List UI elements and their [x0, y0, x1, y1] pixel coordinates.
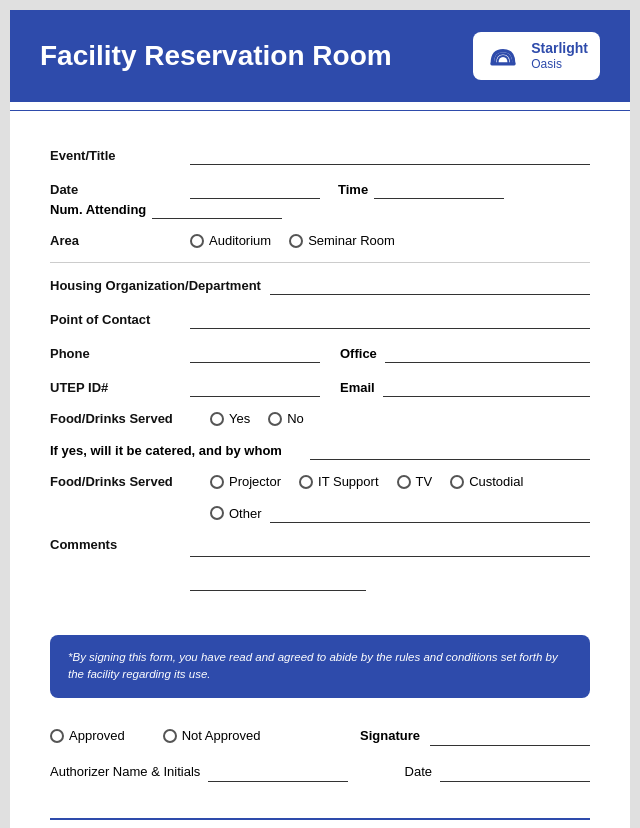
food-drinks-row: Food/Drinks Served Yes No [50, 411, 590, 426]
office-input[interactable] [385, 343, 590, 363]
phone-row: Phone Office [50, 343, 590, 363]
area-auditorium-option[interactable]: Auditorium [190, 233, 271, 248]
auth-row: Authorizer Name & Initials Date [50, 762, 590, 782]
catered-label: If yes, will it be catered, and by whom [50, 443, 310, 458]
page-title: Facility Reservation Room [40, 40, 392, 72]
projector-radio[interactable] [210, 475, 224, 489]
logo-text: Starlight Oasis [531, 40, 588, 71]
custodial-label: Custodial [469, 474, 523, 489]
authorizer-input[interactable] [208, 762, 348, 782]
page: Facility Reservation Room Starlight Oasi… [10, 10, 630, 828]
area-auditorium-radio[interactable] [190, 234, 204, 248]
comments-label: Comments [50, 537, 190, 552]
comments-line2[interactable] [190, 571, 366, 591]
area-seminar-option[interactable]: Seminar Room [289, 233, 395, 248]
comments-field-container [190, 537, 590, 591]
it-support-label: IT Support [318, 474, 378, 489]
comments-line1[interactable] [190, 537, 590, 557]
area-seminar-radio[interactable] [289, 234, 303, 248]
comments-row: Comments [50, 537, 590, 591]
catered-row: If yes, will it be catered, and by whom [50, 440, 590, 460]
other-radio[interactable] [210, 506, 224, 520]
num-attending-label: Num. Attending [50, 202, 146, 217]
approved-option[interactable]: Approved [50, 728, 125, 743]
approval-right: Signature [360, 726, 590, 746]
utep-input[interactable] [190, 377, 320, 397]
comments-line2-spacer [190, 571, 590, 591]
date-input[interactable] [190, 179, 320, 199]
signature-input[interactable] [430, 726, 590, 746]
area-seminar-label: Seminar Room [308, 233, 395, 248]
form-body: Event/Title Date Time Num. Attending Are… [10, 125, 630, 625]
logo-area: Starlight Oasis [473, 32, 600, 80]
services-row: Food/Drinks Served Projector IT Support … [50, 474, 590, 489]
housing-org-label: Housing Organization/Department [50, 278, 270, 293]
housing-org-input[interactable] [270, 275, 590, 295]
approval-date-label: Date [405, 764, 432, 779]
food-no-radio[interactable] [268, 412, 282, 426]
tv-option[interactable]: TV [397, 474, 433, 489]
area-row: Area Auditorium Seminar Room [50, 233, 590, 248]
approval-section: Approved Not Approved Signature Authoriz… [10, 716, 630, 802]
authorizer-label: Authorizer Name & Initials [50, 764, 200, 779]
food-no-option[interactable]: No [268, 411, 304, 426]
approved-radio[interactable] [50, 729, 64, 743]
projector-option[interactable]: Projector [210, 474, 281, 489]
time-input[interactable] [374, 179, 504, 199]
area-label: Area [50, 233, 190, 248]
food-no-label: No [287, 411, 304, 426]
date-label: Date [50, 182, 190, 197]
other-input[interactable] [270, 503, 590, 523]
custodial-radio[interactable] [450, 475, 464, 489]
it-support-option[interactable]: IT Support [299, 474, 378, 489]
housing-org-row: Housing Organization/Department [50, 275, 590, 295]
area-auditorium-label: Auditorium [209, 233, 271, 248]
auth-left: Authorizer Name & Initials [50, 762, 348, 782]
event-title-input[interactable] [190, 145, 590, 165]
poc-label: Point of Contact [50, 312, 190, 327]
services-label: Food/Drinks Served [50, 474, 210, 489]
header: Facility Reservation Room Starlight Oasi… [10, 10, 630, 102]
poc-row: Point of Contact [50, 309, 590, 329]
tv-radio[interactable] [397, 475, 411, 489]
custodial-option[interactable]: Custodial [450, 474, 523, 489]
not-approved-option[interactable]: Not Approved [163, 728, 261, 743]
other-label: Other [229, 506, 262, 521]
phone-input[interactable] [190, 343, 320, 363]
office-label: Office [340, 346, 377, 361]
email-input[interactable] [383, 377, 590, 397]
poc-input[interactable] [190, 309, 590, 329]
svg-rect-1 [491, 62, 516, 65]
notice-text: *By signing this form, you have read and… [68, 649, 572, 684]
food-drinks-label: Food/Drinks Served [50, 411, 210, 426]
time-label: Time [338, 182, 368, 197]
auth-right: Date [405, 762, 590, 782]
logo-sub: Oasis [531, 57, 588, 71]
email-label: Email [340, 380, 375, 395]
approval-date-input[interactable] [440, 762, 590, 782]
approval-left: Approved Not Approved [50, 728, 278, 743]
utep-row: UTEP ID# Email [50, 377, 590, 397]
notice-box: *By signing this form, you have read and… [50, 635, 590, 698]
other-option[interactable]: Other [210, 506, 262, 521]
other-row: Other [50, 503, 590, 523]
num-attending-input[interactable] [152, 199, 282, 219]
signature-label: Signature [360, 728, 420, 743]
phone-label: Phone [50, 346, 190, 361]
it-support-radio[interactable] [299, 475, 313, 489]
section-divider-1 [50, 262, 590, 263]
bottom-divider [50, 818, 590, 820]
event-title-label: Event/Title [50, 148, 190, 163]
utep-label: UTEP ID# [50, 380, 190, 395]
food-yes-radio[interactable] [210, 412, 224, 426]
logo-brand: Starlight [531, 40, 588, 57]
projector-label: Projector [229, 474, 281, 489]
logo-icon [485, 38, 521, 74]
food-yes-option[interactable]: Yes [210, 411, 250, 426]
event-title-row: Event/Title [50, 145, 590, 165]
approved-label: Approved [69, 728, 125, 743]
not-approved-radio[interactable] [163, 729, 177, 743]
catered-input[interactable] [310, 440, 590, 460]
not-approved-label: Not Approved [182, 728, 261, 743]
date-row: Date Time Num. Attending [50, 179, 590, 219]
